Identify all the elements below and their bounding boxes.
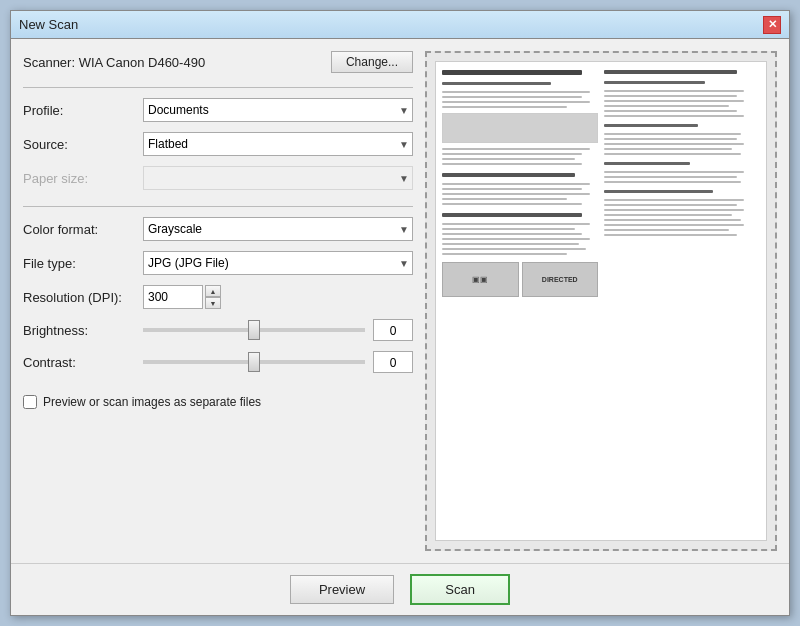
preview-line-3 bbox=[442, 101, 590, 103]
preview-r-line-7 bbox=[604, 133, 741, 135]
separate-files-checkbox[interactable] bbox=[23, 395, 37, 409]
contrast-label: Contrast: bbox=[23, 355, 143, 370]
file-type-select[interactable]: JPG (JPG File) PNG (PNG File) BMP (BMP F… bbox=[143, 251, 413, 275]
preview-line-15 bbox=[442, 228, 575, 230]
preview-left-col: ▣▣ DIRECTED bbox=[442, 70, 598, 532]
preview-heading-1 bbox=[442, 70, 582, 75]
preview-r-line-14 bbox=[604, 181, 741, 183]
preview-r-line-2 bbox=[604, 95, 737, 97]
paper-size-row: Paper size: A4 Letter ▼ bbox=[23, 166, 413, 190]
source-select-wrapper: Flatbed Feeder ▼ bbox=[143, 132, 413, 156]
paper-size-label: Paper size: bbox=[23, 171, 143, 186]
preview-r-line-20 bbox=[604, 224, 744, 226]
preview-line-19 bbox=[442, 248, 586, 250]
contrast-value: 0 bbox=[373, 351, 413, 373]
profile-select-wrapper: Documents Photo Custom ▼ bbox=[143, 98, 413, 122]
preview-r-line-13 bbox=[604, 176, 737, 178]
preview-line-12 bbox=[442, 198, 567, 200]
preview-line-1 bbox=[442, 91, 590, 93]
preview-r-subheading-1 bbox=[604, 81, 705, 84]
file-type-row: File type: JPG (JPG File) PNG (PNG File)… bbox=[23, 251, 413, 275]
preview-line-2 bbox=[442, 96, 582, 98]
profile-select[interactable]: Documents Photo Custom bbox=[143, 98, 413, 122]
paper-size-select-wrapper: A4 Letter ▼ bbox=[143, 166, 413, 190]
color-format-label: Color format: bbox=[23, 222, 143, 237]
preview-line-16 bbox=[442, 233, 582, 235]
preview-line-7 bbox=[442, 158, 575, 160]
preview-r-line-8 bbox=[604, 138, 737, 140]
source-label: Source: bbox=[23, 137, 143, 152]
preview-r-subheading-3 bbox=[604, 162, 690, 165]
new-scan-window: New Scan ✕ Scanner: WIA Canon D460-490 C… bbox=[10, 10, 790, 616]
checkbox-row: Preview or scan images as separate files bbox=[23, 395, 413, 409]
preview-r-line-5 bbox=[604, 110, 737, 112]
preview-line-17 bbox=[442, 238, 590, 240]
preview-line-8 bbox=[442, 163, 582, 165]
preview-img-1 bbox=[442, 113, 598, 143]
profile-row: Profile: Documents Photo Custom ▼ bbox=[23, 98, 413, 122]
close-button[interactable]: ✕ bbox=[763, 16, 781, 34]
preview-r-line-16 bbox=[604, 204, 737, 206]
resolution-spin-down[interactable]: ▼ bbox=[205, 297, 221, 309]
scan-button[interactable]: Scan bbox=[410, 574, 510, 605]
brightness-slider-wrap bbox=[143, 320, 365, 340]
preview-heading-3 bbox=[442, 213, 582, 217]
preview-logo-2: DIRECTED bbox=[522, 262, 599, 297]
preview-logo-row: ▣▣ DIRECTED bbox=[442, 262, 598, 297]
source-row: Source: Flatbed Feeder ▼ bbox=[23, 132, 413, 156]
divider bbox=[23, 87, 413, 88]
preview-r-line-9 bbox=[604, 143, 744, 145]
preview-r-line-10 bbox=[604, 148, 732, 150]
window-body: Scanner: WIA Canon D460-490 Change... Pr… bbox=[11, 39, 789, 563]
source-select[interactable]: Flatbed Feeder bbox=[143, 132, 413, 156]
preview-r-line-17 bbox=[604, 209, 744, 211]
preview-line-10 bbox=[442, 188, 582, 190]
resolution-spin-buttons: ▲ ▼ bbox=[205, 285, 221, 309]
divider2 bbox=[23, 206, 413, 207]
preview-line-4 bbox=[442, 106, 567, 108]
preview-r-subheading-2 bbox=[604, 124, 698, 127]
brightness-label: Brightness: bbox=[23, 323, 143, 338]
preview-line-9 bbox=[442, 183, 590, 185]
brightness-row: Brightness: 0 bbox=[23, 319, 413, 341]
bottom-bar: Preview Scan bbox=[11, 563, 789, 615]
preview-line-6 bbox=[442, 153, 582, 155]
contrast-slider[interactable] bbox=[143, 360, 365, 364]
preview-line-18 bbox=[442, 243, 579, 245]
contrast-row: Contrast: 0 bbox=[23, 351, 413, 373]
brightness-slider[interactable] bbox=[143, 328, 365, 332]
change-button[interactable]: Change... bbox=[331, 51, 413, 73]
preview-line-5 bbox=[442, 148, 590, 150]
preview-r-line-3 bbox=[604, 100, 744, 102]
preview-page: ▣▣ DIRECTED bbox=[435, 61, 767, 541]
preview-line-13 bbox=[442, 203, 582, 205]
preview-heading-2 bbox=[442, 173, 575, 177]
preview-r-heading-1 bbox=[604, 70, 737, 74]
separate-files-label: Preview or scan images as separate files bbox=[43, 395, 261, 409]
resolution-spin-up[interactable]: ▲ bbox=[205, 285, 221, 297]
preview-line-14 bbox=[442, 223, 590, 225]
contrast-slider-wrap bbox=[143, 352, 365, 372]
preview-button[interactable]: Preview bbox=[290, 575, 394, 604]
file-type-select-wrapper: JPG (JPG File) PNG (PNG File) BMP (BMP F… bbox=[143, 251, 413, 275]
left-panel: Scanner: WIA Canon D460-490 Change... Pr… bbox=[23, 51, 413, 551]
preview-r-subheading-4 bbox=[604, 190, 713, 193]
resolution-input-wrap: ▲ ▼ bbox=[143, 285, 221, 309]
color-format-row: Color format: Grayscale Color Black and … bbox=[23, 217, 413, 241]
preview-right-col bbox=[604, 70, 760, 532]
title-bar: New Scan ✕ bbox=[11, 11, 789, 39]
file-type-label: File type: bbox=[23, 256, 143, 271]
window-title: New Scan bbox=[19, 17, 78, 32]
paper-size-select: A4 Letter bbox=[143, 166, 413, 190]
preview-r-line-22 bbox=[604, 234, 737, 236]
brightness-value: 0 bbox=[373, 319, 413, 341]
profile-label: Profile: bbox=[23, 103, 143, 118]
preview-logo-1: ▣▣ bbox=[442, 262, 519, 297]
preview-subheading-1 bbox=[442, 82, 551, 85]
preview-r-line-1 bbox=[604, 90, 744, 92]
preview-line-11 bbox=[442, 193, 590, 195]
resolution-input[interactable] bbox=[143, 285, 203, 309]
preview-line-20 bbox=[442, 253, 567, 255]
color-format-select[interactable]: Grayscale Color Black and White bbox=[143, 217, 413, 241]
preview-r-line-15 bbox=[604, 199, 744, 201]
